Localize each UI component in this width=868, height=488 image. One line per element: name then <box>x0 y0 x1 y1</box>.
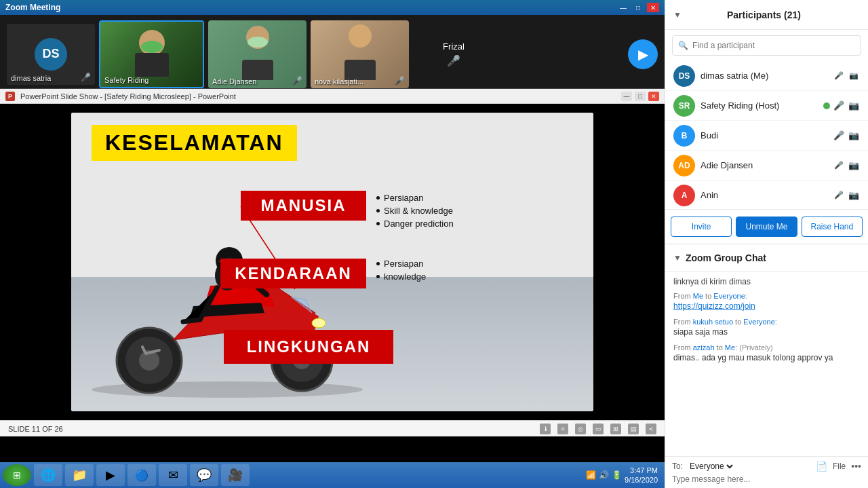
maximize-button[interactable]: □ <box>632 3 644 12</box>
thumb-name-frizal: Frizal <box>443 41 465 52</box>
participant-item-safety-riding: SR Safety Riding (Host) 🎤 📷 <box>665 91 868 121</box>
zoom-main-icon: ▶ <box>638 46 648 62</box>
start-button[interactable]: ⊞ <box>3 464 31 486</box>
file-icon[interactable]: 📄 <box>816 461 827 472</box>
unmute-me-button[interactable]: Unmute Me <box>736 217 797 237</box>
mute-icon-dimas: 🎤 <box>81 73 91 82</box>
chat-input[interactable] <box>672 474 861 484</box>
chat-message-0: linknya di kirim dimas <box>673 277 860 286</box>
video-thumb-adie[interactable]: Adie Djansen 🎤 <box>208 20 307 88</box>
slide-label-manusia: MANUSIA <box>241 191 366 221</box>
bullet-dot <box>376 262 380 265</box>
mic-icon-budi: 🎤 <box>833 130 845 142</box>
status-icon-4[interactable]: ▭ <box>593 424 604 434</box>
bullet-item: Persiapan <box>376 193 454 203</box>
video-thumb-dimas[interactable]: DS dimas satria 🎤 <box>7 24 95 85</box>
mute-icon-adie: 🎤 <box>292 76 302 86</box>
chat-to-icons: 📄 File ••• <box>816 461 861 472</box>
raise-hand-button[interactable]: Raise Hand <box>802 217 863 237</box>
chat-header: ▼ Zoom Group Chat <box>665 244 868 271</box>
participant-icons-budi: 🎤 📷 <box>833 130 860 142</box>
motorcycle-image <box>85 208 370 398</box>
chat-messages: linknya di kirim dimas From Me to Everyo… <box>665 271 868 456</box>
chat-collapse-icon[interactable]: ▼ <box>673 253 682 263</box>
slide-label-lingkungan: LINGKUNGAN <box>224 330 393 364</box>
participant-name-safety-riding: Safety Riding (Host) <box>701 100 818 111</box>
taskbar-app-media[interactable]: ▶ <box>96 464 125 486</box>
mute-icon-nova: 🎤 <box>395 76 405 86</box>
ppt-window: P PowerPoint Slide Show - [Safety Riding… <box>0 88 665 448</box>
status-icon-2[interactable]: ≡ <box>557 424 568 434</box>
video-thumb-safety-riding[interactable]: Safety Riding <box>99 20 204 88</box>
minimize-button[interactable]: — <box>617 3 629 12</box>
chat-to-select[interactable]: Everyone <box>687 461 735 472</box>
chat-from-3: From azizah to Me: (Privately) <box>673 343 860 352</box>
avatar-budi-panel: B <box>673 125 695 147</box>
taskbar-app-zoom[interactable]: 🎥 <box>221 464 250 486</box>
invite-button[interactable]: Invite <box>671 217 732 237</box>
collapse-icon[interactable]: ▼ <box>673 10 682 20</box>
file-label: File <box>833 462 846 471</box>
ppt-title-bar: P PowerPoint Slide Show - [Safety Riding… <box>0 89 665 104</box>
chat-input-row <box>672 474 861 484</box>
thumb-name-nova: nova kilasjati... <box>315 77 363 86</box>
chat-section: ▼ Zoom Group Chat linknya di kirim dimas… <box>665 244 868 488</box>
taskbar-app-discord[interactable]: 💬 <box>190 464 218 486</box>
chat-to-label: To: <box>672 462 683 471</box>
status-icon-6[interactable]: ▤ <box>628 424 639 434</box>
ppt-minimize-button[interactable]: — <box>621 92 632 101</box>
taskbar-app-explorer[interactable]: 📁 <box>65 464 94 486</box>
status-icon-7[interactable]: ≺ <box>646 424 656 434</box>
video-thumb-frizal[interactable]: Frizal 🎤 <box>413 24 494 85</box>
participants-section: ▼ Participants (21) 🔍 DS dimas satria (M… <box>665 0 868 244</box>
explorer-icon: 📁 <box>72 468 87 483</box>
online-dot <box>823 102 830 109</box>
slide-header: KESELAMATAN <box>92 125 297 161</box>
action-buttons: Invite Unmute Me Raise Hand <box>665 209 868 244</box>
sys-icon-network: 📶 <box>586 470 596 480</box>
bullet-text: knowledge <box>384 271 426 282</box>
more-options-icon[interactable]: ••• <box>851 461 861 472</box>
chat-message-3: From azizah to Me: (Privately) dimas.. a… <box>673 343 860 362</box>
taskbar-app-outlook[interactable]: ✉ <box>159 464 187 486</box>
participant-icons-sr: 🎤 📷 <box>823 100 860 112</box>
status-icon-1[interactable]: ℹ <box>540 424 551 434</box>
chat-message-1: From Me to Everyone: https://quizizz.com… <box>673 292 860 311</box>
chat-text-2: siapa saja mas <box>673 327 728 337</box>
taskbar-app-chrome[interactable]: 🔵 <box>127 464 156 486</box>
ppt-maximize-button[interactable]: □ <box>635 92 646 101</box>
title-bar: Zoom Meeting — □ ✕ <box>0 0 665 15</box>
close-button[interactable]: ✕ <box>647 3 659 12</box>
title-bar-controls: — □ ✕ <box>617 3 659 12</box>
bullet-text: Persiapan <box>384 259 424 269</box>
sys-icon-volume: 🔊 <box>599 470 609 480</box>
svg-point-12 <box>312 318 326 328</box>
taskbar-app-ie[interactable]: 🌐 <box>34 464 62 486</box>
slide-bullets-manusia: Persiapan Skill & knowledge Danger predi… <box>376 193 454 231</box>
zoom-main-button[interactable]: ▶ <box>628 39 658 69</box>
status-icon-5[interactable]: ⊞ <box>610 424 621 434</box>
search-participant-container: 🔍 <box>672 35 861 56</box>
search-icon: 🔍 <box>678 41 688 50</box>
participants-title: Participants (21) <box>727 10 801 20</box>
bullet-item: Danger prediction <box>376 219 454 229</box>
participant-name-anin: Anin <box>701 190 827 200</box>
taskbar: ⊞ 🌐 📁 ▶ 🔵 ✉ 💬 🎥 📶 🔊 🔋 3:47 PM 9/16/2020 <box>0 462 665 488</box>
mute-icon-frizal: 🎤 <box>447 54 460 67</box>
ppt-close-button[interactable]: ✕ <box>648 92 659 101</box>
video-thumb-nova[interactable]: nova kilasjati... 🎤 <box>311 20 409 88</box>
ppt-title-text: PowerPoint Slide Show - [Safety Riding M… <box>20 92 236 100</box>
participant-item-budi: B Budi 🎤 📷 <box>665 121 868 151</box>
participant-name-budi: Budi <box>701 130 827 140</box>
chat-link-quizizz[interactable]: https://quizizz.com/join <box>673 301 755 311</box>
sys-time: 3:47 PM 9/16/2020 <box>625 466 658 485</box>
participants-header: ▼ Participants (21) <box>665 0 868 30</box>
status-icon-3[interactable]: ◎ <box>575 424 586 434</box>
search-participant-input[interactable] <box>692 41 855 50</box>
participant-item-adie-panel: AD Adie Djansen 🎤 📷 <box>665 151 868 181</box>
bullet-text: Danger prediction <box>384 219 454 229</box>
ie-icon: 🌐 <box>41 468 56 483</box>
cam-icon-budi: 📷 <box>848 130 860 142</box>
slide-label-kendaraan: KENDARAAN <box>220 259 366 288</box>
thumb-name-dimas: dimas satria <box>11 74 51 82</box>
